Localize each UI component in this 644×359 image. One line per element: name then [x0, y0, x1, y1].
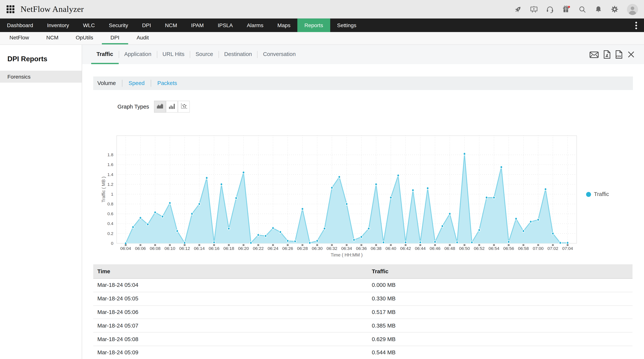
cell-traffic: 0.000 MB: [368, 278, 632, 292]
svg-text:06:28: 06:28: [297, 246, 308, 251]
traffic-table: Time Traffic Mar-18-24 05:040.000 MBMar-…: [93, 264, 632, 359]
tab-conversation[interactable]: Conversation: [258, 45, 301, 64]
table-row: Mar-18-24 05:080.629 MB: [93, 332, 632, 346]
chart-legend[interactable]: Traffic: [586, 191, 609, 197]
nav-item-ncm[interactable]: NCM: [158, 19, 184, 32]
svg-text:06:24: 06:24: [268, 246, 278, 251]
cell-time: Mar-18-24 05:06: [93, 305, 368, 319]
area-chart-icon: [156, 103, 164, 110]
main-panel: TrafficApplicationURL HitsSourceDestinat…: [82, 45, 644, 359]
pdf-export-icon[interactable]: [603, 50, 611, 59]
svg-text:06:42: 06:42: [400, 246, 411, 251]
svg-text:06:52: 06:52: [474, 246, 484, 251]
table-row: Mar-18-24 05:070.385 MB: [93, 319, 632, 332]
area-chart-svg: 06:0406:0606:0806:1006:1206:1406:1606:18…: [98, 132, 583, 263]
gift-icon[interactable]: [562, 5, 570, 14]
svg-text:1: 1: [111, 192, 113, 197]
email-icon[interactable]: [590, 50, 599, 59]
table-body: Mar-18-24 05:040.000 MBMar-18-24 05:050.…: [93, 278, 632, 359]
tab-application[interactable]: Application: [119, 45, 157, 64]
user-avatar[interactable]: [627, 4, 638, 15]
svg-text:0.4: 0.4: [107, 221, 113, 226]
svg-text:06:08: 06:08: [150, 246, 160, 251]
search-icon[interactable]: [578, 5, 586, 13]
nav-item-ipsla[interactable]: IPSLA: [211, 19, 240, 32]
graph-types-label: Graph Types: [118, 104, 149, 110]
module-tab-ncm[interactable]: NCM: [38, 32, 67, 44]
graph-type-scatter[interactable]: [178, 101, 190, 113]
cell-traffic: 0.517 MB: [368, 305, 632, 319]
close-icon[interactable]: [627, 51, 635, 58]
svg-text:06:12: 06:12: [179, 246, 190, 251]
svg-text:1.4: 1.4: [107, 172, 113, 177]
col-header-traffic[interactable]: Traffic: [368, 264, 632, 278]
nav-item-inventory[interactable]: Inventory: [40, 19, 76, 32]
cell-traffic: 0.330 MB: [368, 292, 632, 305]
graph-type-area[interactable]: [154, 101, 166, 113]
table-row: Mar-18-24 05:050.330 MB: [93, 292, 632, 305]
nav-item-alarms[interactable]: Alarms: [240, 19, 270, 32]
cell-time: Mar-18-24 05:09: [93, 346, 368, 359]
svg-text:1.2: 1.2: [107, 182, 113, 187]
nav-item-dashboard[interactable]: Dashboard: [0, 19, 40, 32]
tab-traffic[interactable]: Traffic: [91, 45, 118, 64]
module-tab-audit[interactable]: Audit: [128, 32, 158, 44]
cell-time: Mar-18-24 05:04: [93, 278, 368, 292]
svg-text:06:38: 06:38: [371, 246, 382, 251]
sidebar-items: Forensics: [0, 71, 82, 83]
sidebar-item-forensics[interactable]: Forensics: [0, 71, 82, 83]
app-grid-icon[interactable]: [6, 5, 14, 13]
nav-item-security[interactable]: Security: [102, 19, 135, 32]
csv-export-icon[interactable]: CSV: [615, 50, 622, 59]
notifications-bell-icon[interactable]: [594, 5, 602, 13]
svg-text:1.6: 1.6: [107, 162, 113, 167]
content-row: DPI Reports Forensics TrafficApplication…: [0, 45, 644, 359]
graph-type-bar[interactable]: [166, 101, 178, 113]
settings-gear-icon[interactable]: [610, 5, 619, 14]
cell-time: Mar-18-24 05:07: [93, 319, 368, 332]
cell-traffic: 0.629 MB: [368, 332, 632, 346]
nav-item-settings[interactable]: Settings: [330, 19, 364, 32]
legend-label: Traffic: [594, 191, 609, 197]
nav-item-reports[interactable]: Reports: [298, 19, 330, 32]
svg-text:Traffic ( MB ): Traffic ( MB ): [101, 177, 106, 202]
tab-destination[interactable]: Destination: [219, 45, 257, 64]
kebab-menu-icon[interactable]: [628, 19, 644, 32]
presentation-icon[interactable]: [530, 5, 538, 13]
svg-text:06:58: 06:58: [518, 246, 529, 251]
table-header-row: Time Traffic: [93, 264, 632, 278]
nav-item-dpi[interactable]: DPI: [135, 19, 158, 32]
area-chart: 06:0406:0606:0806:1006:1206:1406:1606:18…: [98, 132, 583, 265]
metric-tab-packets[interactable]: Packets: [151, 80, 183, 86]
cell-traffic: 0.385 MB: [368, 319, 632, 332]
rocket-icon[interactable]: [514, 5, 522, 13]
module-tab-oputils[interactable]: OpUtils: [67, 32, 102, 44]
cell-traffic: 0.544 MB: [368, 346, 632, 359]
col-header-time[interactable]: Time: [93, 264, 368, 278]
module-tab-netflow[interactable]: NetFlow: [1, 32, 38, 44]
graph-types-row: Graph Types: [118, 101, 644, 113]
metric-tab-speed[interactable]: Speed: [122, 80, 151, 86]
tab-source[interactable]: Source: [190, 45, 218, 64]
nav-item-maps[interactable]: Maps: [270, 19, 298, 32]
svg-text:0.6: 0.6: [107, 211, 113, 216]
headset-icon[interactable]: [546, 5, 554, 13]
export-icons: CSV: [590, 50, 635, 59]
svg-text:06:40: 06:40: [386, 246, 396, 251]
svg-text:06:44: 06:44: [415, 246, 426, 251]
report-tabs: TrafficApplicationURL HitsSourceDestinat…: [91, 45, 301, 64]
nav-item-ipam[interactable]: IPAM: [184, 19, 211, 32]
app-title: NetFlow Analyzer: [20, 5, 84, 14]
module-tab-dpi[interactable]: DPI: [102, 32, 128, 44]
svg-text:Time ( HH:MM ): Time ( HH:MM ): [331, 252, 363, 257]
svg-text:06:20: 06:20: [238, 246, 249, 251]
svg-text:0: 0: [111, 241, 113, 246]
svg-text:1.8: 1.8: [107, 152, 113, 157]
topbar: NetFlow Analyzer: [0, 0, 644, 19]
metric-tab-volume[interactable]: Volume: [93, 80, 122, 86]
tab-url-hits[interactable]: URL Hits: [157, 45, 190, 64]
nav-item-wlc[interactable]: WLC: [76, 19, 102, 32]
svg-text:06:06: 06:06: [135, 246, 146, 251]
svg-text:06:32: 06:32: [326, 246, 337, 251]
report-tabs-bar: TrafficApplicationURL HitsSourceDestinat…: [82, 45, 644, 64]
